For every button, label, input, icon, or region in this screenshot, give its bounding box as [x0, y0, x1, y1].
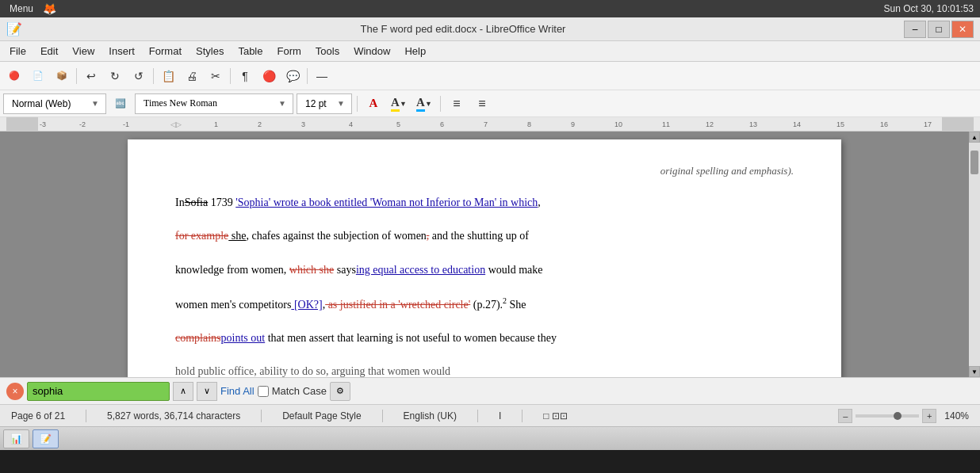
menu-tools[interactable]: Tools: [309, 44, 346, 59]
find-close-btn[interactable]: ×: [6, 383, 24, 400]
menu-window[interactable]: Window: [347, 44, 396, 59]
menu-view[interactable]: View: [66, 44, 101, 59]
find-all-label[interactable]: Find All: [220, 385, 255, 397]
paragraph-2: for example she, chafes against the subj…: [175, 227, 794, 245]
vertical-scrollbar[interactable]: ▲ ▼: [969, 132, 980, 377]
paragraph-style-select[interactable]: Normal (Web) ▼: [3, 93, 106, 114]
paragraph-style-arrow: ▼: [88, 99, 102, 108]
undo-btn[interactable]: ↩: [80, 66, 102, 86]
highlight-dropdown[interactable]: ▼: [400, 100, 407, 108]
writer-taskbar-btn[interactable]: 📝: [33, 429, 59, 448]
menu-table[interactable]: Table: [232, 44, 269, 59]
find-options-btn[interactable]: ⚙: [330, 382, 350, 401]
system-bar: Menu 🦊 Sun Oct 30, 10:01:53: [0, 0, 980, 17]
paragraph-6: hold public office, ability to do so, ar…: [175, 363, 794, 377]
scroll-thumb[interactable]: [970, 151, 978, 174]
text-comma1: ,: [538, 196, 541, 208]
menu-help[interactable]: Help: [398, 44, 432, 59]
character-highlight-btn[interactable]: A ▼: [388, 93, 410, 114]
macro-record-btn[interactable]: 🔴: [3, 66, 25, 86]
font-color-btn[interactable]: A: [362, 93, 385, 114]
repeat-btn[interactable]: ↺: [128, 66, 150, 86]
app-icon: 📝: [6, 21, 22, 36]
chevron-up-icon: ∧: [180, 386, 186, 396]
track-changes-btn[interactable]: 🔴: [258, 66, 280, 86]
scroll-up-btn[interactable]: ▲: [969, 132, 980, 143]
titlebar-left: 📝: [6, 21, 22, 36]
link-points-out: points out: [221, 332, 266, 344]
zoom-thumb[interactable]: [894, 412, 902, 420]
align-right-btn[interactable]: ≡: [471, 93, 493, 114]
text-chafes: , chafes against the subjection of women: [246, 230, 426, 242]
zoom-level: 140%: [940, 410, 974, 422]
menu-file[interactable]: File: [3, 44, 33, 59]
toolbar-sep3: [230, 68, 231, 84]
font-name-arrow: ▼: [275, 99, 289, 108]
macro-run-btn[interactable]: 📦: [51, 66, 73, 86]
link-ing-education: ing equal access to education: [356, 264, 485, 276]
text-p27: (p.27).: [470, 299, 503, 311]
find-input[interactable]: [27, 382, 170, 401]
toolbar-sep1: [76, 68, 77, 84]
text-for-example-deleted: for example: [175, 230, 228, 242]
comment-btn[interactable]: 💬: [281, 66, 304, 86]
word-count: 5,827 words, 36,714 characters: [102, 410, 245, 422]
maximize-button[interactable]: □: [928, 21, 950, 38]
page-info: Page 6 of 21: [6, 410, 70, 422]
insert-line-btn[interactable]: —: [311, 66, 333, 86]
status-sep4: [477, 410, 478, 422]
text-highlight-btn[interactable]: A ▼: [413, 93, 435, 114]
cut-btn[interactable]: ✂: [205, 66, 227, 86]
scroll-down-btn[interactable]: ▼: [969, 366, 980, 377]
toolbar-sep4: [307, 68, 308, 84]
calc-taskbar-btn[interactable]: 📊: [3, 429, 29, 448]
text-1739: 1739: [208, 196, 235, 208]
text-highlight-dropdown[interactable]: ▼: [425, 100, 432, 108]
match-case-checkbox[interactable]: [258, 386, 269, 397]
paragraph-5: complainspoints out that men assert that…: [175, 330, 794, 347]
clipboard-btn[interactable]: 📋: [157, 66, 179, 86]
find-prev-btn[interactable]: ∧: [173, 382, 193, 401]
print-btn[interactable]: 🖨: [181, 66, 203, 86]
zoom-area: – + 140%: [838, 409, 974, 423]
titlebar-controls[interactable]: – □ ✕: [904, 21, 974, 38]
doc-state: □ ⊡⊡: [538, 410, 572, 422]
text-she: She: [507, 299, 526, 311]
formatting-marks-btn[interactable]: ¶: [234, 66, 256, 86]
status-sep2: [261, 410, 262, 422]
menu-edit[interactable]: Edit: [34, 44, 64, 59]
character-styles-btn[interactable]: 🔤: [109, 93, 132, 114]
page-style: Default Page Style: [278, 410, 366, 422]
gear-icon: ⚙: [336, 386, 344, 396]
system-time: Sun Oct 30, 10:01:53: [884, 3, 974, 14]
find-next-btn[interactable]: ∨: [197, 382, 217, 401]
match-case-label: Match Case: [272, 385, 327, 397]
menu-form[interactable]: Form: [270, 44, 307, 59]
menu-styles[interactable]: Styles: [189, 44, 230, 59]
zoom-in-btn[interactable]: +: [922, 409, 936, 423]
close-button[interactable]: ✕: [951, 21, 974, 38]
macro-stop-btn[interactable]: 📄: [27, 66, 49, 86]
redo-btn[interactable]: ↻: [104, 66, 126, 86]
zoom-slider[interactable]: [856, 414, 919, 418]
minimize-button[interactable]: –: [904, 21, 926, 38]
font-name-select[interactable]: Times New Roman ▼: [135, 93, 293, 114]
paragraph-3: knowledge from women, which she saysing …: [175, 261, 794, 279]
text-would-make: would make: [485, 264, 542, 276]
menu-insert[interactable]: Insert: [102, 44, 141, 59]
zoom-out-btn[interactable]: –: [838, 409, 852, 423]
close-icon: ×: [12, 386, 17, 397]
text-highlight-icon: A: [416, 96, 425, 112]
document-area: original spelling and emphasis). InSofia…: [0, 132, 969, 377]
align-left-btn[interactable]: ≡: [446, 93, 468, 114]
findbar: × ∧ ∨ Find All Match Case ⚙: [0, 377, 980, 404]
paragraph-1: InSofia 1739 'Sophia' wrote a book entit…: [175, 194, 794, 212]
status-sep3: [382, 410, 383, 422]
font-size-select[interactable]: 12 pt ▼: [297, 93, 352, 114]
scroll-track[interactable]: [969, 143, 980, 366]
menu-label[interactable]: Menu: [6, 3, 36, 14]
menu-format[interactable]: Format: [143, 44, 188, 59]
document-page[interactable]: original spelling and emphasis). InSofia…: [128, 139, 841, 377]
status-sep5: [522, 410, 523, 422]
text-which-she-deleted: which she: [289, 264, 334, 276]
